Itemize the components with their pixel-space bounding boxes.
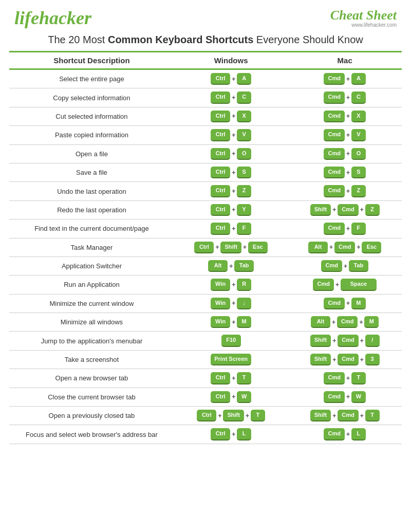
row-description: Save a file	[9, 163, 174, 181]
row-win-keys: Ctrl+W	[174, 388, 288, 406]
row-win-keys: Ctrl+X	[174, 107, 288, 125]
key-badge: Alt	[208, 260, 228, 272]
key-plus: +	[346, 225, 350, 232]
key-plus: +	[346, 431, 350, 438]
key-plus: +	[344, 263, 347, 270]
table-row: Jump to the application's menubarF10Shif…	[9, 332, 402, 350]
table-row: Redo the last operationCtrl+YShift+Cmd+Z	[9, 200, 402, 219]
logo: lifehacker	[14, 7, 91, 29]
row-mac-keys: Shift+Cmd+3	[288, 350, 402, 369]
row-description: Run an Application	[9, 276, 174, 294]
key-badge: V	[351, 129, 366, 141]
key-combo: Cmd+Space	[313, 279, 376, 290]
key-plus: +	[332, 319, 335, 326]
table-row: Take a screenshotPrint ScreenShift+Cmd+3	[9, 350, 402, 369]
col-mac: Mac	[288, 52, 402, 69]
key-combo: Cmd+M	[324, 298, 365, 309]
key-badge: Z	[351, 185, 366, 197]
key-badge: Shift	[220, 242, 241, 253]
key-combo: F10	[221, 335, 241, 346]
key-badge: Cmd	[313, 279, 333, 290]
title-bold: Common Keyboard Shortcuts	[108, 34, 253, 45]
key-plus: +	[346, 113, 350, 120]
key-badge: Cmd	[338, 204, 358, 216]
key-combo: Ctrl+T	[211, 372, 251, 384]
row-mac-keys: Alt+Cmd+M	[288, 313, 402, 332]
key-badge: Alt	[308, 242, 328, 253]
key-badge: Cmd	[324, 91, 344, 103]
key-combo: Ctrl+V	[211, 129, 251, 141]
key-combo: Ctrl+F	[211, 223, 251, 234]
key-badge: Ctrl	[194, 242, 214, 253]
key-badge: Shift	[310, 335, 331, 346]
key-badge: Ctrl	[211, 372, 230, 384]
key-combo: Cmd+C	[324, 91, 365, 103]
row-mac-keys: Shift+Cmd+Z	[288, 200, 402, 219]
logo-hacker: hacker	[39, 8, 91, 28]
key-plus: +	[232, 76, 235, 83]
row-win-keys: Ctrl+O	[174, 144, 288, 163]
table-row: Save a fileCtrl+SCmd+S	[9, 163, 402, 181]
key-badge: M	[351, 298, 366, 309]
table-row: Application SwitcherAlt+TabCmd+Tab	[9, 256, 402, 275]
row-win-keys: Ctrl+S	[174, 163, 288, 181]
key-badge: F	[237, 223, 251, 234]
key-badge: O	[237, 148, 251, 160]
row-mac-keys: Cmd+A	[288, 69, 402, 88]
key-badge: A	[237, 73, 251, 85]
key-badge: Ctrl	[211, 391, 230, 403]
key-plus: +	[346, 188, 350, 195]
key-plus: +	[357, 244, 360, 251]
key-plus: +	[232, 150, 235, 157]
key-badge: W	[351, 391, 366, 403]
key-badge: Ctrl	[211, 111, 230, 122]
key-plus: +	[332, 356, 336, 363]
key-plus: +	[346, 300, 350, 307]
key-badge: Cmd	[324, 428, 344, 440]
key-badge: T	[351, 372, 366, 384]
key-plus: +	[232, 393, 235, 400]
key-badge: Ctrl	[211, 428, 230, 440]
key-badge: Ctrl	[211, 91, 230, 103]
key-badge: Cmd	[324, 129, 344, 141]
key-plus: +	[232, 132, 235, 139]
key-badge: Space	[341, 279, 377, 290]
key-badge: T	[365, 410, 380, 421]
key-badge: W	[237, 391, 251, 403]
table-row: Open a previously closed tabCtrl+Shift+T…	[9, 407, 402, 425]
key-combo: Ctrl+Shift+T	[197, 410, 265, 421]
key-plus: +	[232, 225, 235, 232]
table-row: Cut selected informationCtrl+XCmd+X	[9, 107, 402, 125]
key-badge: Cmd	[324, 298, 344, 309]
key-plus: +	[232, 431, 235, 438]
col-description: Shortcut Description	[9, 52, 174, 69]
key-combo: Ctrl+L	[211, 428, 251, 440]
key-badge: L	[237, 428, 251, 440]
row-win-keys: Alt+Tab	[174, 256, 288, 275]
key-badge: C	[237, 91, 251, 103]
key-combo: Win+M	[211, 316, 251, 328]
key-badge: Cmd	[321, 260, 342, 272]
key-plus: +	[232, 94, 235, 101]
key-badge: Shift	[310, 410, 331, 421]
key-plus: +	[332, 337, 336, 344]
key-plus: +	[229, 263, 233, 270]
key-badge: Z	[365, 204, 380, 216]
key-plus: +	[346, 375, 350, 382]
key-badge: T	[251, 410, 265, 421]
key-badge: Cmd	[324, 73, 344, 85]
table-row: Copy selected informationCtrl+CCmd+C	[9, 88, 402, 107]
row-mac-keys: Cmd+S	[288, 163, 402, 181]
key-plus: +	[218, 412, 221, 419]
row-description: Minimize all windows	[9, 313, 174, 332]
row-win-keys: Ctrl+T	[174, 369, 288, 388]
key-plus: +	[335, 281, 339, 288]
key-badge: Alt	[311, 316, 330, 328]
row-mac-keys: Cmd+Space	[288, 276, 402, 294]
row-description: Open a previously closed tab	[9, 407, 174, 425]
key-combo: Win+R	[211, 279, 251, 290]
key-badge: Shift	[310, 204, 331, 216]
row-description: Focus and select web browser's address b…	[9, 425, 174, 444]
key-badge: Cmd	[324, 111, 344, 122]
table-row: Select the entire pageCtrl+ACmd+A	[9, 69, 402, 88]
